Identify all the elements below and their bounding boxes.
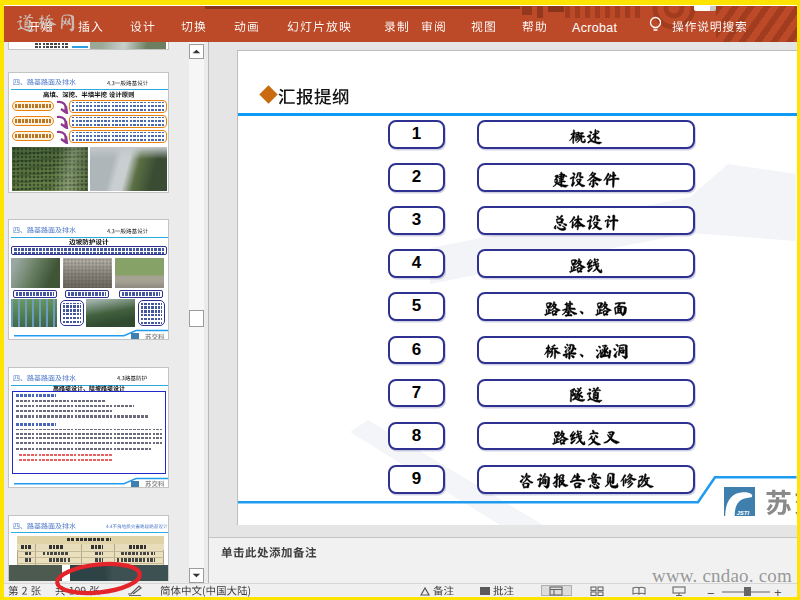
svg-text:JSTI: JSTI — [737, 509, 750, 515]
